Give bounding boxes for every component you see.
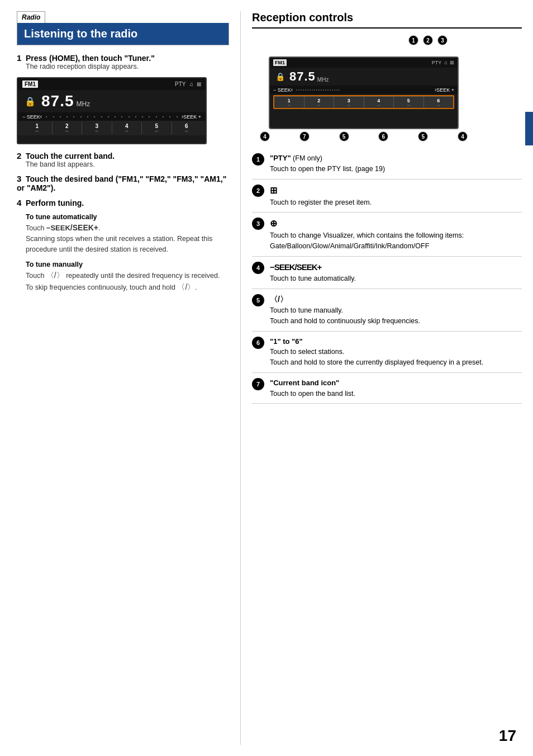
callout-4-left: 4	[260, 131, 270, 141]
display-icons: PTY ♫ ⊠	[175, 81, 201, 87]
dev-left-arrow: ‹	[291, 87, 293, 93]
desc-desc-7: Touch to open the band list.	[270, 390, 355, 398]
step-4-title: Perform tuning.	[26, 199, 84, 207]
device-diagram: 1 2 3 FM1 PTY ♫ ⊠ 🔒 87.5 MHz	[258, 35, 470, 141]
desc-icon-2: ⊞	[270, 186, 277, 195]
blue-side-bar	[525, 112, 533, 145]
desc-desc-5: Touch to tune manually.Touch and hold to…	[270, 306, 420, 325]
desc-num-3: 3	[252, 218, 264, 230]
desc-term-6: "1" to "6"	[270, 337, 303, 346]
sub-step-auto-title: To tune automatically	[26, 213, 229, 221]
page-number: 17	[499, 727, 516, 745]
dev-seek-minus: − SEEK	[273, 87, 291, 93]
dev-preset-1[interactable]: 1···	[274, 97, 304, 108]
desc-content-6: "1" to "6" Touch to select stations.Touc…	[270, 336, 522, 368]
desc-item-4: 4 −SEEK/SEEK+ Touch to tune automaticall…	[252, 257, 522, 289]
desc-content-5: 〈/〉 Touch to tune manually.Touch and hol…	[270, 294, 522, 327]
preset-1[interactable]: 1···	[22, 122, 53, 134]
dev-music-icon: ♫	[444, 60, 448, 65]
dev-signal-icon: ⊠	[450, 60, 454, 65]
desc-item-3: 3 ⊕ Touch to change Visualizer, which co…	[252, 212, 522, 257]
step-2-number: 2	[17, 151, 21, 160]
desc-desc-2: Touch to register the preset item.	[270, 199, 372, 206]
dev-preset-2[interactable]: 2···	[304, 97, 335, 108]
callout-5-right: 5	[418, 131, 428, 141]
dev-presets: 1··· 2··· 3··· 4··· 5··· 6···	[274, 96, 453, 108]
presets-row-highlighted: 1··· 2··· 3··· 4··· 5··· 6···	[273, 95, 454, 109]
arrow-symbol-2: 〈/〉	[177, 282, 195, 291]
step-3-title: Touch the desired band ("FM1," "FM2," "F…	[17, 174, 226, 192]
desc-num-2: 2	[252, 185, 264, 197]
display-unit: MHz	[77, 100, 91, 108]
desc-term-1: "PTY"	[270, 154, 291, 162]
step-1-number: 1	[17, 53, 21, 63]
lock-icon: 🔒	[25, 96, 36, 107]
desc-num-4: 4	[252, 262, 264, 274]
step-2-title: Touch the current band.	[26, 152, 115, 160]
desc-content-7: "Current band icon" Touch to open the ba…	[270, 377, 522, 399]
desc-content-4: −SEEK/SEEK+ Touch to tune automatically.	[270, 261, 522, 284]
desc-item-1: 1 "PTY" (FM only) Touch to open the PTY …	[252, 148, 522, 179]
dev-icon-row: PTY ♫ ⊠	[432, 60, 454, 65]
desc-num-5: 5	[252, 294, 264, 306]
sub-step-auto-body: Touch −SEEK/SEEK+. Scanning stops when t…	[26, 222, 229, 255]
desc-content-2: ⊞ Touch to register the preset item.	[270, 184, 522, 208]
callout-5-bottom: 5	[339, 131, 349, 141]
right-column: Reception controls 1 2 3 FM1 PTY ♫ ⊠	[240, 11, 533, 745]
desc-desc-6: Touch to select stations.Touch and hold …	[270, 348, 483, 366]
desc-term-4: −SEEK/SEEK+	[270, 262, 321, 272]
step-3-number: 3	[17, 174, 21, 183]
dev-preset-6[interactable]: 6···	[424, 97, 454, 108]
step-4: 4 Perform tuning.	[17, 198, 229, 207]
desc-content-3: ⊕ Touch to change Visualizer, which cont…	[270, 217, 522, 252]
desc-content-1: "PTY" (FM only) Touch to open the PTY li…	[270, 153, 522, 174]
dev-seek-row: − SEEK ‹ › SEEK +	[270, 86, 458, 94]
desc-item-5: 5 〈/〉 Touch to tune manually.Touch and h…	[252, 289, 522, 332]
desc-term-7: "Current band icon"	[270, 379, 339, 387]
dev-freq: 87.5	[289, 69, 316, 84]
preset-2[interactable]: 2···	[53, 122, 83, 134]
seek-minus-label: − SEEK	[22, 114, 40, 120]
dev-seek-plus: SEEK +	[436, 87, 454, 93]
desc-item-2: 2 ⊞ Touch to register the preset item.	[252, 179, 522, 213]
section-label: Radio	[17, 11, 45, 23]
callout-6-bottom: 6	[378, 131, 388, 141]
preset-6[interactable]: 6···	[172, 122, 202, 134]
sub-step-manual-title: To tune manually	[26, 261, 229, 268]
desc-item-6: 6 "1" to "6" Touch to select stations.To…	[252, 332, 522, 373]
dev-pty-icon: PTY	[432, 60, 442, 65]
display-freq: 87.5	[41, 92, 74, 110]
desc-item-7: 7 "Current band icon" Touch to open the …	[252, 373, 522, 404]
top-callouts: 1 2 3	[258, 35, 464, 45]
desc-desc-1: Touch to open the PTY list. (page 19)	[270, 165, 385, 173]
desc-num-6: 6	[252, 337, 264, 349]
seek-symbol-plus: /SEEK+	[70, 223, 98, 232]
step-1-title: Press (HOME), then touch "Tuner."	[26, 54, 155, 63]
desc-num-7: 7	[252, 378, 264, 390]
step-2: 2 Touch the current band. The band list …	[17, 151, 229, 168]
callout-1-top: 1	[408, 35, 418, 45]
callout-3-top: 3	[437, 35, 448, 45]
dev-top-bar: FM1 PTY ♫ ⊠	[270, 58, 458, 68]
preset-3[interactable]: 3···	[82, 122, 112, 134]
pty-icon: PTY	[175, 81, 185, 87]
desc-desc-3: Touch to change Visualizer, which contai…	[270, 231, 464, 250]
dev-preset-3[interactable]: 3···	[334, 97, 364, 108]
arrow-symbol: 〈/〉	[46, 271, 64, 280]
desc-desc-4: Touch to tune automatically.	[270, 275, 356, 282]
dev-preset-4[interactable]: 4···	[364, 97, 394, 108]
signal-icon: ⊠	[197, 81, 201, 87]
radio-display-image: FM1 PTY ♫ ⊠ 🔒 87.5 MHz − SEEK ‹ › SEEK	[17, 77, 207, 144]
callout-2-top: 2	[423, 35, 433, 45]
dev-preset-5[interactable]: 5···	[394, 97, 424, 108]
display-band: FM1	[22, 81, 38, 88]
dev-seek-mid: ‹ ›	[291, 87, 436, 93]
callout-7-bottom: 7	[299, 131, 310, 141]
step-1: 1 Press (HOME), then touch "Tuner." The …	[17, 53, 229, 70]
desc-num-1: 1	[252, 153, 264, 166]
step-4-number: 4	[17, 198, 21, 207]
preset-5[interactable]: 5···	[142, 122, 172, 134]
dev-band-label: FM1	[273, 59, 287, 66]
left-column: Radio Listening to the radio 1 Press (HO…	[0, 11, 240, 745]
preset-4[interactable]: 4···	[112, 122, 142, 134]
